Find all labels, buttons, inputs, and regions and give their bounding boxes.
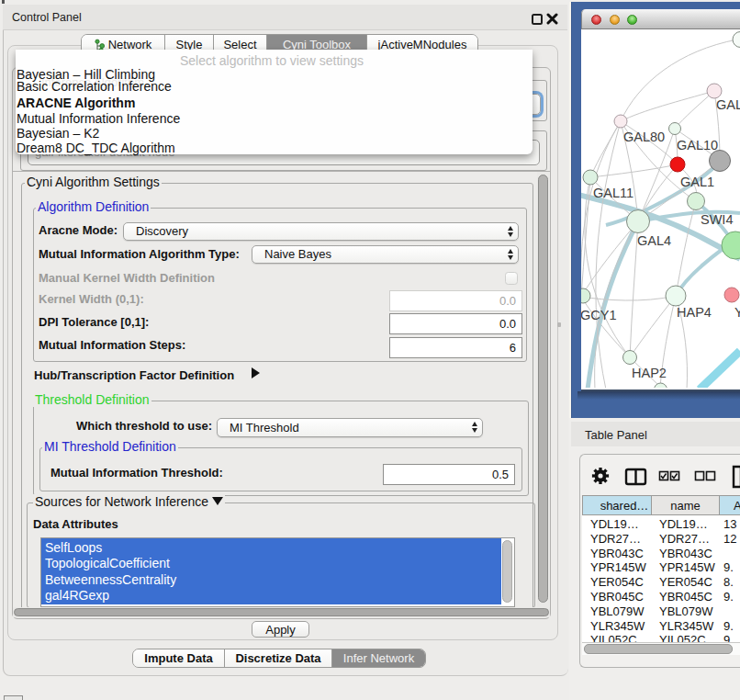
- svg-text:GAL11: GAL11: [593, 186, 633, 200]
- svg-text:GAL80: GAL80: [623, 130, 665, 144]
- svg-text:GAL1: GAL1: [680, 175, 714, 189]
- svg-text:SWI4: SWI4: [701, 212, 733, 227]
- svg-text:Y: Y: [734, 305, 740, 320]
- svg-text:GCY1: GCY1: [581, 308, 617, 322]
- svg-text:HAP2: HAP2: [632, 366, 667, 380]
- svg-text:HAP4: HAP4: [677, 305, 712, 320]
- svg-text:GAL4: GAL4: [637, 233, 671, 248]
- svg-text:GAL7: GAL7: [716, 97, 740, 112]
- svg-text:GAL10: GAL10: [677, 138, 718, 152]
